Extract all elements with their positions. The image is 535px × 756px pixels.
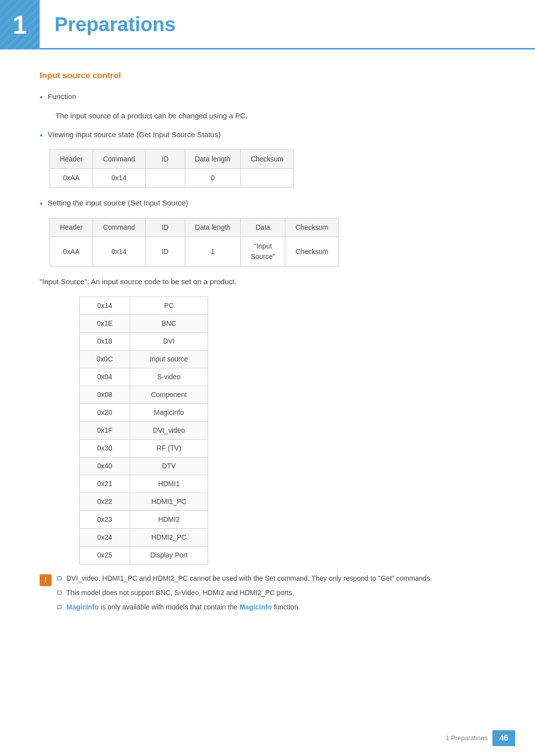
source-code: 0x24 [80,528,130,546]
source-name: S-video [130,368,208,386]
bullet-function: • Function [40,91,495,104]
source-code: 0x1F [80,421,130,439]
source-table-row: 0x25Display Port [80,546,208,564]
note-text-3-middle: is only available with models that conta… [101,603,239,611]
source-code: 0x23 [80,510,130,528]
source-name: DTV [130,457,208,475]
source-table-row: 0x20MagicInfo [80,403,208,421]
note-items: DVI_video, HDMI1_PC and HDMI2_PC cannot … [57,573,495,616]
source-table-row: 0x40DTV [80,457,208,475]
section-heading: Input source control [40,69,495,82]
chapter-tab: 1 [0,0,40,50]
source-code: 0x21 [80,475,130,493]
chapter-title: Preparations [54,9,176,39]
bullet-dot-3: • [40,198,43,211]
source-table-wrapper: 0x14PC0x1EBNC0x18DVI0x0CInput source0x04… [79,297,495,564]
note-bullet-1 [57,576,61,580]
table1-header-id: ID [145,150,185,169]
source-code: 0x14 [80,297,130,314]
magicinfo-highlight-2: MagicInfo [239,603,271,611]
source-code: 0x40 [80,457,130,475]
source-code: 0x30 [80,439,130,457]
source-table-row: 0x1EBNC [80,314,208,332]
source-table-row: 0x21HDMI1 [80,475,208,493]
magicinfo-highlight-1: MagicInfo [66,603,99,611]
bullet-dot-2: • [40,129,43,143]
table2-header-id: ID [145,218,185,237]
table2-cell-data: "InputSource" [241,237,285,266]
page-header: 1 Preparations [0,0,535,50]
note-text-3-end: function. [274,603,300,611]
table2-header-header: Header [50,218,93,237]
note-bullet-2 [57,591,61,595]
table2-cell-command: 0x14 [93,237,145,266]
note-item-1: DVI_video, HDMI1_PC and HDMI2_PC cannot … [57,573,495,584]
main-content: Input source control • Function The inpu… [0,69,535,660]
bullet-set-source: • Setting the input source (Set Input So… [40,198,495,211]
table2-cell-datalength: 1 [185,237,241,266]
source-code: 0x22 [80,493,130,510]
source-description: "Input Source": An input source code to … [40,276,495,288]
table2-cell-header: 0xAA [50,237,93,266]
note-item-3: MagicInfo is only available with models … [57,602,495,612]
source-table-row: 0x30RF (TV) [80,439,208,457]
source-name: PC [130,297,208,314]
source-name: Component [130,386,208,403]
source-table-row: 0x1FDVI_video [80,421,208,439]
source-name: HDMI2_PC [130,528,208,546]
source-code: 0x04 [80,368,130,386]
note-text-1: DVI_video, HDMI1_PC and HDMI2_PC cannot … [66,573,432,584]
table2-header-datalength: Data length [185,218,241,237]
note-item-2: This model does not support BNC, S-Video… [57,588,495,598]
source-name: Input source [130,350,208,368]
source-table-row: 0x18DVI [80,332,208,350]
source-name: HDMI1_PC [130,493,208,510]
source-name: DVI_video [130,421,208,439]
table1-cell-id [145,169,185,188]
source-name: DVI [130,332,208,350]
source-code: 0x08 [80,386,130,403]
chapter-number: 1 [13,5,27,44]
footer-page-number: 46 [492,730,515,746]
view-source-label: Viewing input source state (Get Input So… [48,129,220,141]
source-table-row: 0x04S-video [80,368,208,386]
source-table: 0x14PC0x1EBNC0x18DVI0x0CInput source0x04… [79,297,208,564]
table1-header-checksum: Checksum [241,150,294,169]
table2-wrapper: Header Command ID Data length Data Check… [50,218,495,266]
table1-cell-datalength: 0 [185,169,241,188]
source-code: 0x1E [80,314,130,332]
source-name: HDMI2 [130,510,208,528]
table1-cell-header: 0xAA [50,169,93,188]
note-text-2: This model does not support BNC, S-Video… [66,588,294,598]
note-block: ! DVI_video, HDMI1_PC and HDMI2_PC canno… [40,573,495,616]
table2: Header Command ID Data length Data Check… [50,218,339,266]
source-name: HDMI1 [130,475,208,493]
table2-cell-id: ID [145,237,185,266]
source-code: 0x20 [80,403,130,421]
chapter-title-area: Preparations [40,0,535,50]
bullet-view-source: • Viewing input source state (Get Input … [40,129,495,143]
source-table-row: 0x23HDMI2 [80,510,208,528]
function-label: Function [48,91,76,102]
footer-section-label: 1 Preparations [446,733,488,743]
source-code: 0x0C [80,350,130,368]
table2-header-command: Command [93,218,145,237]
source-name: BNC [130,314,208,332]
table2-header-data: Data [241,218,285,237]
source-table-row: 0x0CInput source [80,350,208,368]
table1-wrapper: Header Command ID Data length Checksum 0… [50,150,495,188]
source-code: 0x18 [80,332,130,350]
table1-cell-checksum [241,169,294,188]
source-table-row: 0x24HDMI2_PC [80,528,208,546]
note-bullet-3 [57,605,61,609]
note-icon: ! [40,574,52,586]
source-name: MagicInfo [130,403,208,421]
source-name: Display Port [130,546,208,564]
note-text-3: MagicInfo is only available with models … [66,602,300,612]
table1-cell-command: 0x14 [93,169,145,188]
source-code: 0x25 [80,546,130,564]
table1: Header Command ID Data length Checksum 0… [50,150,294,188]
source-table-row: 0x22HDMI1_PC [80,493,208,510]
set-source-label: Setting the input source (Set Input Sour… [48,198,188,209]
bullet-dot-1: • [40,91,43,104]
